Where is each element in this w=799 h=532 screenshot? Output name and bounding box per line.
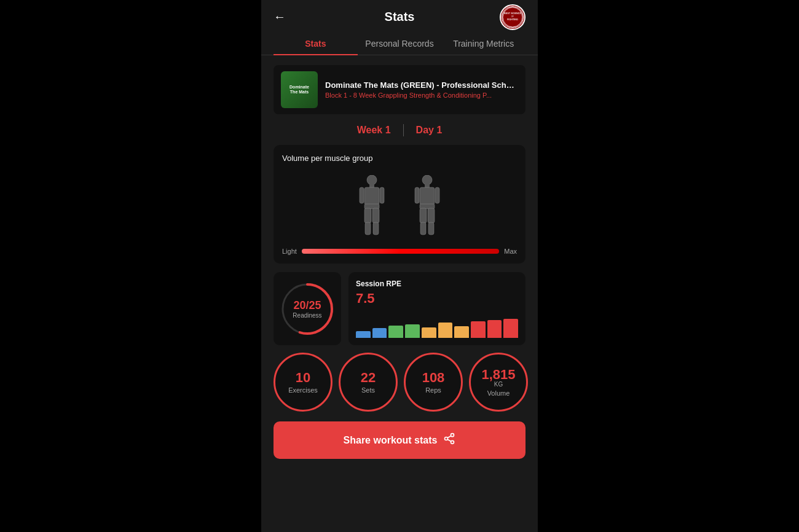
program-thumbnail: DominateThe Mats bbox=[281, 71, 318, 108]
muscle-volume-section: Volume per muscle group bbox=[274, 145, 525, 264]
readiness-circle: 20/25 Readiness bbox=[280, 281, 335, 337]
legend-light-label: Light bbox=[282, 248, 297, 255]
svg-rect-16 bbox=[420, 187, 435, 205]
svg-rect-15 bbox=[425, 184, 430, 187]
rpe-bar-6 bbox=[454, 326, 469, 338]
program-title: Dominate The Mats (GREEN) - Professional… bbox=[325, 80, 518, 90]
rpe-bar-5 bbox=[438, 323, 453, 338]
legend-gradient-bar bbox=[302, 249, 499, 254]
volume-kg: KG bbox=[494, 381, 503, 388]
program-subtitle: Block 1 - 8 Week Grappling Strength & Co… bbox=[325, 92, 518, 99]
share-icon bbox=[443, 432, 455, 448]
svg-point-14 bbox=[422, 175, 432, 185]
exercises-number: 10 bbox=[296, 371, 310, 385]
svg-rect-21 bbox=[428, 208, 435, 223]
svg-rect-10 bbox=[364, 208, 371, 223]
svg-point-28 bbox=[451, 440, 454, 444]
header: ← Stats BEST SCIENCE OF FIGHTING bbox=[261, 0, 538, 24]
stat-sets: 22 Sets bbox=[339, 353, 398, 412]
svg-rect-5 bbox=[369, 184, 374, 187]
svg-line-30 bbox=[448, 436, 452, 437]
share-button-label: Share workout stats bbox=[344, 435, 438, 446]
body-figure-back bbox=[406, 175, 449, 237]
svg-rect-6 bbox=[364, 187, 379, 205]
svg-rect-22 bbox=[420, 222, 426, 235]
stat-reps-wrap: 108 Reps bbox=[404, 353, 463, 412]
reps-label: Reps bbox=[425, 386, 441, 394]
sets-number: 22 bbox=[361, 371, 376, 385]
rpe-bar-4 bbox=[422, 327, 436, 338]
program-info: Dominate The Mats (GREEN) - Professional… bbox=[325, 80, 518, 99]
svg-rect-20 bbox=[420, 208, 427, 223]
svg-rect-18 bbox=[435, 187, 439, 203]
rpe-bar-9 bbox=[503, 319, 518, 338]
back-arrow-icon: ← bbox=[274, 10, 286, 24]
svg-text:BEST SCIENCE: BEST SCIENCE bbox=[504, 12, 521, 15]
rpe-value: 7.5 bbox=[356, 291, 518, 307]
session-rpe-card: Session RPE 7.5 bbox=[348, 272, 525, 345]
volume-label: Volume bbox=[487, 389, 510, 397]
svg-text:OF: OF bbox=[511, 15, 514, 18]
readiness-label: Readiness bbox=[293, 312, 321, 319]
svg-rect-23 bbox=[428, 222, 434, 235]
body-figure-front bbox=[350, 175, 393, 237]
page-title: Stats bbox=[385, 10, 415, 24]
rpe-bar-0 bbox=[356, 331, 371, 338]
rpe-bar-2 bbox=[388, 326, 403, 338]
exercises-label: Exercises bbox=[288, 386, 318, 394]
stat-exercises-wrap: 10 Exercises bbox=[274, 353, 333, 412]
stat-sets-wrap: 22 Sets bbox=[339, 353, 398, 412]
svg-text:FIGHTING: FIGHTING bbox=[507, 18, 518, 20]
svg-point-27 bbox=[445, 437, 448, 440]
svg-line-29 bbox=[448, 439, 452, 441]
stats-circles-row: 10 Exercises 22 Sets 108 Reps 1,815 bbox=[274, 353, 525, 412]
rpe-bar-7 bbox=[471, 321, 486, 338]
svg-rect-12 bbox=[365, 222, 371, 235]
rpe-bar-8 bbox=[487, 320, 502, 338]
readiness-value: 20/25 bbox=[293, 299, 321, 312]
muscle-section-title: Volume per muscle group bbox=[282, 154, 517, 163]
tab-stats[interactable]: Stats bbox=[274, 39, 358, 55]
back-button[interactable]: ← bbox=[274, 10, 286, 24]
svg-rect-11 bbox=[372, 208, 379, 223]
muscle-legend: Light Max bbox=[282, 248, 517, 255]
program-banner[interactable]: DominateThe Mats Dominate The Mats (GREE… bbox=[274, 65, 525, 114]
logo-inner: BEST SCIENCE OF FIGHTING bbox=[502, 6, 524, 28]
svg-rect-13 bbox=[373, 222, 379, 235]
week-label[interactable]: Week 1 bbox=[345, 125, 403, 136]
readiness-card: 20/25 Readiness bbox=[274, 272, 341, 345]
legend-max-label: Max bbox=[504, 248, 517, 255]
readiness-rpe-row: 20/25 Readiness Session RPE 7.5 bbox=[274, 272, 525, 345]
volume-number: 1,815 bbox=[481, 368, 515, 381]
svg-rect-8 bbox=[380, 187, 384, 203]
app-container: ← Stats BEST SCIENCE OF FIGHTING Stats P… bbox=[261, 0, 538, 532]
stat-exercises: 10 Exercises bbox=[274, 353, 333, 412]
rpe-title: Session RPE bbox=[356, 280, 518, 288]
tab-training-metrics[interactable]: Training Metrics bbox=[441, 39, 525, 55]
logo: BEST SCIENCE OF FIGHTING bbox=[500, 4, 525, 30]
rpe-bar-1 bbox=[372, 328, 387, 338]
week-day-selector: Week 1 Day 1 bbox=[274, 124, 525, 136]
share-workout-button[interactable]: Share workout stats bbox=[274, 421, 525, 459]
svg-rect-17 bbox=[415, 187, 419, 203]
rpe-bar-3 bbox=[405, 324, 420, 338]
stat-volume-wrap: 1,815 KG Volume bbox=[469, 353, 528, 412]
main-content: DominateThe Mats Dominate The Mats (GREE… bbox=[261, 65, 538, 459]
stat-reps: 108 Reps bbox=[404, 353, 463, 412]
reps-number: 108 bbox=[422, 371, 445, 385]
tab-bar: Stats Personal Records Training Metrics bbox=[261, 29, 538, 55]
muscle-figures bbox=[282, 169, 517, 243]
svg-point-4 bbox=[367, 175, 377, 185]
tab-personal-records[interactable]: Personal Records bbox=[358, 39, 442, 55]
day-label[interactable]: Day 1 bbox=[404, 125, 455, 136]
svg-rect-7 bbox=[360, 187, 364, 203]
rpe-bar-chart bbox=[356, 310, 518, 338]
sets-label: Sets bbox=[361, 386, 375, 394]
svg-point-26 bbox=[451, 434, 454, 437]
stat-volume: 1,815 KG Volume bbox=[469, 353, 528, 412]
